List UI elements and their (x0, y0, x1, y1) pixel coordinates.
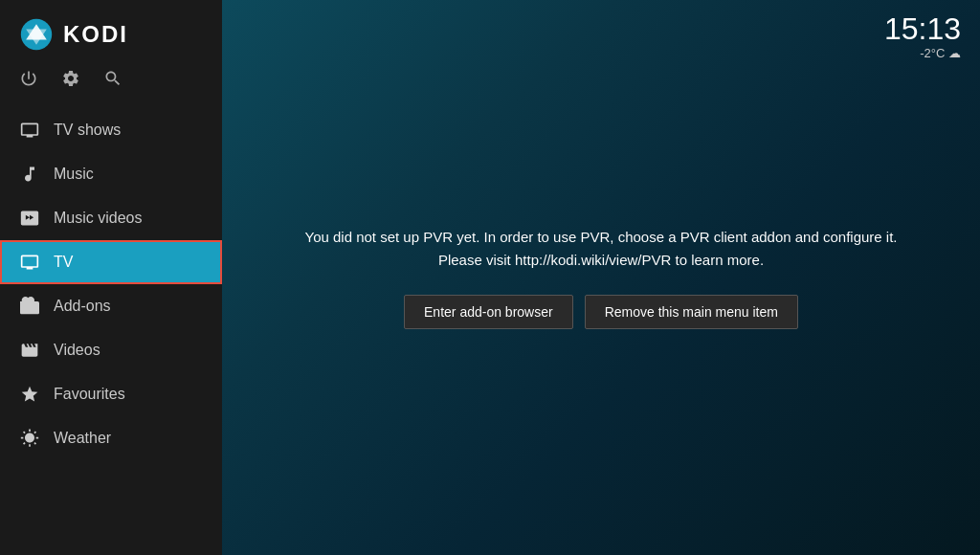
search-icon[interactable] (103, 69, 122, 93)
pvr-setup-area: You did not set up PVR yet. In order to … (222, 0, 980, 555)
clock-weather: -2°C ☁ (884, 46, 961, 60)
app-title: KODI (63, 21, 128, 48)
sidebar-item-favourites-label: Favourites (54, 386, 125, 403)
sidebar-item-videos-label: Videos (54, 342, 100, 359)
videos-icon (19, 340, 40, 361)
power-icon[interactable] (19, 69, 38, 93)
tv-shows-icon (19, 120, 40, 141)
music-icon (19, 164, 40, 185)
remove-menu-item-button[interactable]: Remove this main menu item (585, 295, 798, 329)
sidebar-item-favourites[interactable]: Favourites (0, 372, 222, 416)
sidebar-item-tv-shows-label: TV shows (54, 122, 121, 139)
sidebar: KODI TV shows Music (0, 0, 222, 555)
sidebar-item-music-label: Music (54, 166, 94, 183)
nav-menu: TV shows Music Music videos TV (0, 108, 222, 555)
clock-area: 15:13 -2°C ☁ (884, 13, 961, 60)
music-videos-icon (19, 208, 40, 229)
sidebar-item-tv-shows[interactable]: TV shows (0, 108, 222, 152)
settings-icon[interactable] (61, 69, 80, 93)
pvr-message: You did not set up PVR yet. In order to … (305, 226, 898, 272)
tv-icon (19, 252, 40, 273)
sidebar-item-add-ons-label: Add-ons (54, 298, 111, 315)
kodi-logo-icon (19, 17, 54, 52)
sidebar-item-music-videos-label: Music videos (54, 210, 142, 227)
sidebar-item-weather[interactable]: Weather (0, 416, 222, 460)
sidebar-item-add-ons[interactable]: Add-ons (0, 284, 222, 328)
sidebar-item-weather-label: Weather (54, 430, 111, 447)
favourites-icon (19, 384, 40, 405)
sidebar-item-music-videos[interactable]: Music videos (0, 196, 222, 240)
pvr-message-line2: Please visit http://kodi.wiki/view/PVR t… (438, 252, 764, 268)
temperature: -2°C (920, 46, 945, 60)
sidebar-item-videos[interactable]: Videos (0, 328, 222, 372)
weather-cloud-icon: ☁ (948, 46, 961, 60)
addons-icon (19, 296, 40, 317)
enter-addon-browser-button[interactable]: Enter add-on browser (404, 295, 573, 329)
sidebar-item-tv-label: TV (54, 254, 73, 271)
pvr-message-line1: You did not set up PVR yet. In order to … (305, 229, 898, 245)
logo-area: KODI (0, 0, 222, 61)
clock-time: 15:13 (884, 13, 961, 44)
sidebar-item-music[interactable]: Music (0, 152, 222, 196)
main-content: 15:13 -2°C ☁ You did not set up PVR yet.… (222, 0, 980, 555)
pvr-buttons: Enter add-on browser Remove this main me… (404, 295, 798, 329)
sidebar-item-tv[interactable]: TV (0, 240, 222, 284)
top-icons-bar (0, 61, 222, 108)
weather-icon (19, 428, 40, 449)
